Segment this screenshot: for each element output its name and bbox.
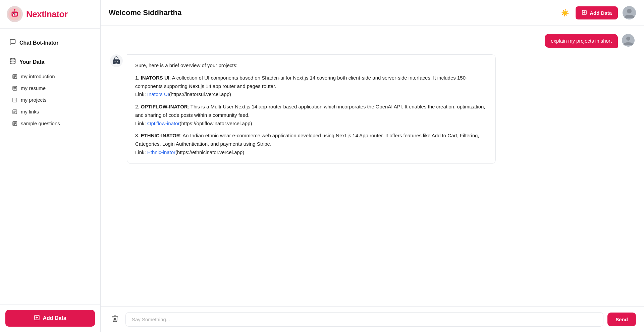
send-label: Send (615, 317, 628, 322)
bot-intro-text: Sure, here is a brief overview of your p… (135, 61, 487, 70)
logo-inator: Inator (44, 9, 67, 19)
user-message-wrapper: explain my projects in short (110, 34, 635, 48)
nav-item-label: my introduction (21, 74, 55, 79)
link-optiflow-inator[interactable]: Optiflow-inator (147, 121, 180, 126)
user-message-text: explain my projects in short (551, 38, 612, 44)
nav-item-label: my resume (21, 85, 46, 91)
doc-icon-sample (12, 121, 17, 126)
svg-point-4 (13, 13, 14, 14)
bot-message-bubble: Sure, here is a brief overview of your p… (127, 54, 496, 164)
doc-icon-resume (12, 86, 17, 91)
sidebar-navigation: Chat Bot-Inator Your Data (0, 29, 100, 304)
user-message-bubble: explain my projects in short (545, 34, 618, 48)
clear-chat-button[interactable] (109, 313, 121, 326)
chatbot-label: Chat Bot-Inator (19, 40, 58, 46)
logo-area: NextInator (0, 0, 100, 29)
app-logo-icon (7, 6, 23, 22)
bot-avatar-icon (112, 56, 121, 65)
page-title: Welcome Siddhartha (109, 8, 181, 17)
add-data-sidebar-label: Add Data (43, 315, 66, 321)
svg-point-38 (626, 37, 630, 41)
theme-toggle-button[interactable]: ☀️ (559, 7, 571, 19)
send-button[interactable]: Send (607, 313, 636, 326)
app-logo-text: NextInator (26, 9, 68, 19)
add-data-header-icon (582, 10, 587, 16)
doc-icon-projects (12, 97, 17, 103)
sidebar-item-sample-questions[interactable]: sample questions (8, 118, 95, 129)
sidebar-item-my-resume[interactable]: my resume (8, 83, 95, 94)
add-data-header-button[interactable]: Add Data (576, 6, 618, 19)
svg-point-40 (115, 61, 116, 62)
logo-next: Next (26, 9, 44, 19)
svg-point-41 (117, 61, 118, 62)
nav-item-label: my links (21, 109, 39, 114)
svg-point-36 (627, 9, 632, 13)
chat-area: explain my projects in short (101, 26, 644, 306)
doc-icon-intro (12, 74, 17, 79)
bot-project-1: 1. INATORS UI: A collection of UI compon… (135, 74, 487, 99)
bot-project-2: 2. OPTIFLOW-INATOR: This is a Multi-User… (135, 103, 487, 128)
avatar-image (623, 6, 636, 19)
sun-icon: ☀️ (561, 9, 569, 17)
nav-items-list: my introduction my resume (5, 71, 95, 129)
header-actions: ☀️ Add Data (559, 6, 636, 19)
sidebar-footer: Add Data (0, 304, 100, 332)
main-header: Welcome Siddhartha ☀️ Add Data (101, 0, 644, 26)
svg-point-5 (15, 13, 16, 14)
add-data-sidebar-icon (34, 315, 40, 322)
bot-message-wrapper: Sure, here is a brief overview of your p… (110, 54, 635, 164)
main-content: Welcome Siddhartha ☀️ Add Data (101, 0, 644, 332)
database-icon (9, 58, 16, 66)
doc-icon-links (12, 109, 17, 114)
user-avatar-image (622, 34, 635, 47)
trash-icon (111, 315, 119, 324)
sidebar-item-my-links[interactable]: my links (8, 106, 95, 117)
link-ethnic-inator[interactable]: Ethnic-inator (147, 149, 175, 155)
chat-icon (9, 39, 16, 47)
input-area: Send (101, 306, 644, 332)
nav-item-label: sample questions (21, 121, 60, 126)
user-avatar-chat (622, 34, 635, 47)
sidebar-item-my-introduction[interactable]: my introduction (8, 71, 95, 82)
sidebar: NextInator Chat Bot-Inator Your Data (0, 0, 101, 332)
bot-avatar (110, 54, 123, 67)
sidebar-item-my-projects[interactable]: my projects (8, 94, 95, 105)
your-data-label: Your Data (19, 59, 44, 65)
svg-point-8 (10, 58, 15, 60)
nav-item-label: my projects (21, 97, 47, 103)
chat-input[interactable] (125, 312, 603, 327)
logo-svg (8, 8, 21, 20)
your-data-header: Your Data (5, 54, 95, 69)
add-data-sidebar-button[interactable]: Add Data (5, 310, 95, 327)
link-inators-ui[interactable]: Inators UI (147, 91, 169, 97)
add-data-header-label: Add Data (590, 10, 612, 16)
sidebar-item-chatbot[interactable]: Chat Bot-Inator (5, 35, 95, 50)
user-avatar-header[interactable] (623, 6, 636, 19)
bot-project-3: 3. ETHNIC-INATOR: An Indian ethnic wear … (135, 132, 487, 156)
svg-point-7 (14, 9, 15, 10)
